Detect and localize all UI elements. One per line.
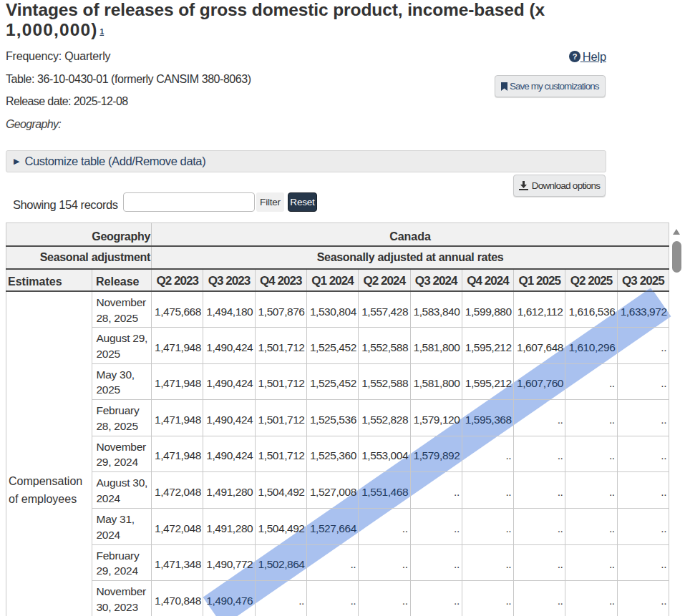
svg-text:?: ? xyxy=(572,52,577,61)
